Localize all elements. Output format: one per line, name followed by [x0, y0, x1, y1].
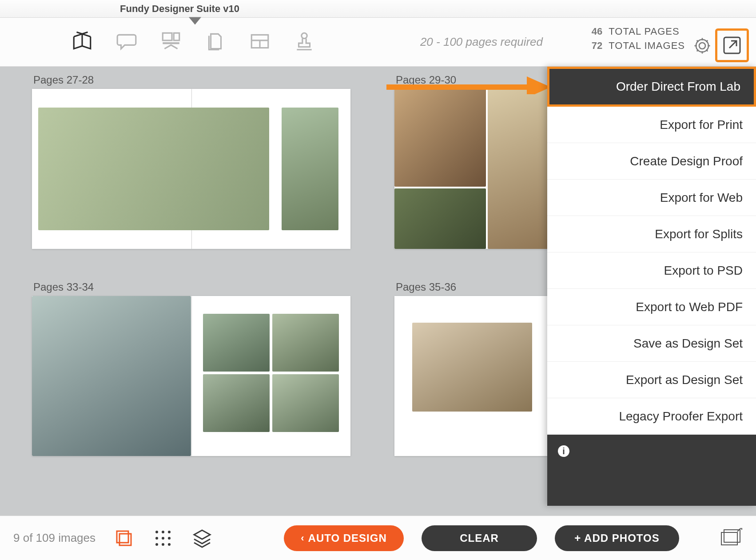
menu-export-to-psd[interactable]: Export to PSD	[547, 252, 756, 289]
export-menu: Order Direct From Lab Export for Print C…	[547, 67, 756, 506]
svg-rect-1	[163, 33, 172, 40]
menu-create-design-proof[interactable]: Create Design Proof	[547, 143, 756, 180]
menu-export-for-web[interactable]: Export for Web	[547, 180, 756, 216]
svg-point-23	[168, 537, 171, 540]
svg-point-26	[168, 543, 171, 546]
spread-33-34[interactable]	[32, 296, 350, 456]
spread-label: Pages 35-36	[396, 281, 456, 293]
svg-point-9	[699, 43, 705, 49]
photo-placeholder[interactable]	[38, 108, 269, 230]
chat-tool-icon[interactable]	[115, 30, 138, 54]
active-tool-indicator	[189, 17, 201, 27]
menu-export-for-print[interactable]: Export for Print	[547, 107, 756, 143]
svg-point-20	[168, 531, 171, 533]
clear-button[interactable]: CLEAR	[422, 525, 537, 551]
stack-view-icon[interactable]	[113, 528, 135, 549]
info-icon[interactable]: i	[557, 444, 570, 460]
menu-legacy-proofer-export[interactable]: Legacy Proofer Export	[547, 398, 756, 435]
photo-placeholder[interactable]	[272, 314, 339, 372]
stamp-tool-icon[interactable]	[293, 30, 315, 54]
svg-point-24	[155, 543, 158, 546]
svg-point-22	[162, 537, 164, 540]
svg-marker-0	[189, 17, 201, 25]
grid-tool-icon[interactable]	[249, 30, 271, 54]
clear-label: CLEAR	[460, 532, 499, 544]
svg-point-7	[302, 33, 307, 39]
layout-tool-icon[interactable]	[160, 30, 182, 54]
app-title: Fundy Designer Suite v10	[120, 3, 239, 15]
export-button-icon[interactable]	[715, 28, 749, 62]
menu-export-for-splits[interactable]: Export for Splits	[547, 216, 756, 252]
svg-rect-16	[117, 531, 128, 543]
add-photos-label: + ADD PHOTOS	[574, 532, 659, 544]
auto-design-label: AUTO DESIGN	[308, 532, 387, 544]
add-photos-button[interactable]: + ADD PHOTOS	[555, 525, 679, 551]
svg-rect-17	[119, 534, 131, 545]
mini-export-icon[interactable]	[720, 528, 743, 548]
bottom-bar: 9 of 109 images ‹ AUTO DESIGN CLEAR + AD…	[0, 516, 756, 560]
settings-gear-icon[interactable]	[693, 36, 712, 57]
menu-save-as-design-set[interactable]: Save as Design Set	[547, 325, 756, 362]
menu-export-as-design-set[interactable]: Export as Design Set	[547, 362, 756, 398]
album-builder-icon[interactable]	[71, 30, 93, 54]
svg-point-18	[155, 531, 158, 533]
main-toolbar: 20 - 100 pages required 46 TOTAL PAGES 7…	[0, 18, 756, 67]
svg-point-21	[155, 537, 158, 540]
chevron-left-icon: ‹	[301, 532, 304, 544]
stats-block: 46 TOTAL PAGES 72 TOTAL IMAGES	[585, 26, 685, 54]
menu-export-to-web-pdf[interactable]: Export to Web PDF	[547, 289, 756, 325]
title-bar: Fundy Designer Suite v10	[0, 0, 756, 18]
svg-text:i: i	[562, 446, 565, 456]
spread-label: Pages 27-28	[33, 74, 94, 86]
svg-point-25	[162, 543, 164, 546]
total-images-label: TOTAL IMAGES	[609, 40, 685, 52]
photo-placeholder[interactable]	[203, 374, 270, 432]
photo-placeholder[interactable]	[203, 314, 270, 372]
spread-27-28[interactable]	[32, 89, 350, 249]
photo-placeholder[interactable]	[394, 188, 486, 249]
photo-placeholder[interactable]	[412, 323, 532, 412]
photo-placeholder[interactable]	[32, 296, 191, 456]
pages-required-label: 20 - 100 pages required	[420, 35, 543, 49]
svg-rect-2	[174, 33, 179, 40]
svg-rect-3	[163, 42, 179, 44]
auto-design-button[interactable]: ‹ AUTO DESIGN	[284, 525, 404, 551]
photo-placeholder[interactable]	[282, 108, 338, 230]
photo-placeholder[interactable]	[272, 374, 339, 432]
total-pages-label: TOTAL PAGES	[609, 26, 679, 37]
photo-placeholder[interactable]	[394, 89, 486, 187]
total-pages-count: 46	[585, 26, 602, 37]
svg-point-19	[162, 531, 164, 533]
image-count-label: 9 of 109 images	[13, 531, 95, 545]
total-images-count: 72	[585, 40, 602, 52]
layers-icon[interactable]	[191, 528, 213, 549]
pages-tool-icon[interactable]	[204, 30, 227, 54]
dots-grid-icon[interactable]	[152, 528, 174, 549]
spread-label: Pages 33-34	[33, 281, 94, 293]
export-menu-footer: i	[547, 435, 756, 506]
menu-order-direct-from-lab[interactable]: Order Direct From Lab	[547, 67, 756, 107]
spread-label: Pages 29-30	[396, 74, 456, 86]
